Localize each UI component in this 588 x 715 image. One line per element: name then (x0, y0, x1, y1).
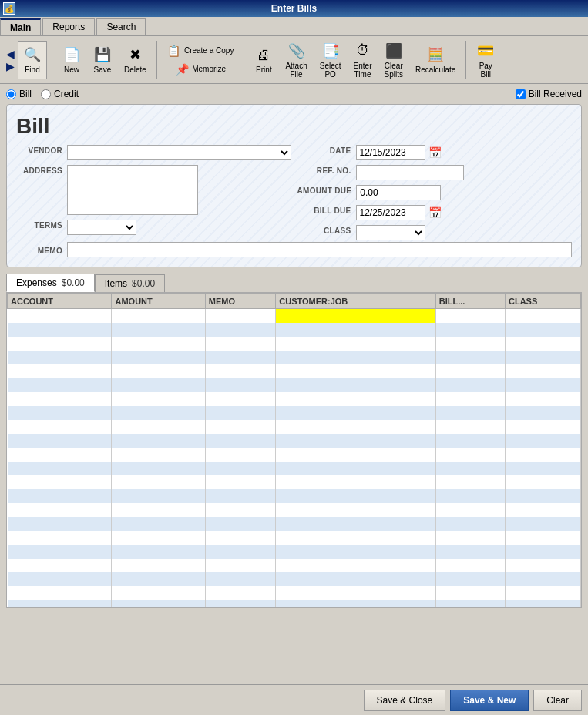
bill-due-input[interactable] (356, 205, 425, 220)
table-cell[interactable] (205, 434, 276, 448)
table-cell[interactable] (276, 323, 436, 337)
table-cell[interactable] (8, 406, 112, 420)
table-cell[interactable] (8, 337, 112, 351)
table-cell[interactable] (112, 462, 205, 475)
ref-no-input[interactable] (356, 165, 464, 180)
table-cell[interactable] (205, 406, 276, 420)
table-cell[interactable] (8, 420, 112, 434)
memo-input[interactable] (67, 242, 572, 257)
table-cell[interactable] (205, 351, 276, 364)
table-cell[interactable] (8, 351, 112, 364)
nav-prev-icon[interactable]: ◀ (6, 49, 15, 59)
table-cell[interactable] (505, 364, 580, 378)
amount-due-input[interactable] (356, 185, 441, 200)
table-cell[interactable] (435, 531, 505, 545)
table-cell[interactable] (8, 586, 112, 600)
table-row[interactable] (8, 489, 581, 503)
table-cell[interactable] (276, 448, 436, 462)
table-cell[interactable] (112, 351, 205, 364)
table-row[interactable] (8, 475, 581, 489)
table-cell[interactable] (276, 337, 436, 351)
table-cell[interactable] (205, 489, 276, 503)
table-row[interactable] (8, 420, 581, 434)
table-cell[interactable] (8, 323, 112, 337)
radio-bill[interactable]: Bill (6, 89, 32, 99)
table-cell[interactable] (505, 462, 580, 475)
table-cell[interactable] (435, 337, 505, 351)
table-cell[interactable] (505, 323, 580, 337)
table-cell[interactable] (276, 489, 436, 503)
table-cell[interactable] (276, 364, 436, 378)
table-cell[interactable] (205, 337, 276, 351)
table-cell[interactable] (8, 309, 112, 323)
table-row[interactable] (8, 323, 581, 337)
table-cell[interactable] (435, 351, 505, 364)
table-cell[interactable] (8, 462, 112, 475)
table-cell[interactable] (8, 572, 112, 586)
table-cell[interactable] (112, 337, 205, 351)
table-cell[interactable] (435, 586, 505, 600)
table-row[interactable] (8, 517, 581, 531)
table-cell[interactable] (435, 448, 505, 462)
table-cell[interactable] (8, 600, 112, 609)
tab-main[interactable]: Main (0, 18, 41, 35)
table-cell[interactable] (435, 475, 505, 489)
table-cell[interactable] (112, 517, 205, 531)
table-cell[interactable] (505, 586, 580, 600)
table-cell[interactable] (276, 559, 436, 572)
table-cell[interactable] (276, 392, 436, 406)
table-cell[interactable] (8, 517, 112, 531)
radio-credit[interactable]: Credit (41, 89, 79, 99)
table-row[interactable] (8, 351, 581, 364)
bill-received-checkbox[interactable]: Bill Received (516, 89, 582, 99)
table-cell[interactable] (435, 572, 505, 586)
table-cell[interactable] (435, 378, 505, 392)
table-cell[interactable] (205, 364, 276, 378)
table-cell[interactable] (505, 420, 580, 434)
table-cell[interactable] (435, 309, 505, 323)
table-cell[interactable] (8, 392, 112, 406)
table-cell[interactable] (112, 392, 205, 406)
table-row[interactable] (8, 378, 581, 392)
table-cell[interactable] (8, 503, 112, 517)
table-cell[interactable] (435, 364, 505, 378)
table-cell[interactable] (435, 517, 505, 531)
table-cell[interactable] (505, 531, 580, 545)
table-cell[interactable] (112, 559, 205, 572)
table-cell[interactable] (435, 600, 505, 609)
memorize-button[interactable]: 📌 Memorize (162, 61, 239, 78)
table-cell[interactable] (205, 420, 276, 434)
table-cell[interactable] (112, 309, 205, 323)
table-cell[interactable] (435, 420, 505, 434)
table-cell[interactable] (205, 586, 276, 600)
tab-search[interactable]: Search (96, 18, 146, 35)
class-select[interactable] (356, 225, 425, 240)
table-cell[interactable] (505, 448, 580, 462)
table-row[interactable] (8, 462, 581, 475)
table-row[interactable] (8, 309, 581, 323)
table-cell[interactable] (8, 448, 112, 462)
table-cell[interactable] (205, 323, 276, 337)
table-cell[interactable] (8, 531, 112, 545)
table-cell[interactable] (276, 531, 436, 545)
pay-bill-button[interactable]: 💳 PayBill (471, 39, 500, 82)
table-cell[interactable] (205, 448, 276, 462)
table-row[interactable] (8, 448, 581, 462)
table-cell[interactable] (435, 462, 505, 475)
table-cell[interactable] (276, 600, 436, 609)
table-cell[interactable] (8, 378, 112, 392)
table-cell[interactable] (435, 559, 505, 572)
delete-button[interactable]: ✖ Delete (119, 42, 152, 77)
table-cell[interactable] (505, 337, 580, 351)
table-cell[interactable] (112, 448, 205, 462)
table-cell[interactable] (112, 475, 205, 489)
table-row[interactable] (8, 559, 581, 572)
table-cell[interactable] (505, 545, 580, 559)
table-cell[interactable] (205, 392, 276, 406)
tab-reports[interactable]: Reports (42, 18, 95, 35)
table-cell[interactable] (276, 517, 436, 531)
table-cell[interactable] (8, 545, 112, 559)
table-cell[interactable] (505, 434, 580, 448)
tab-expenses[interactable]: Expenses $0.00 (6, 274, 95, 292)
table-cell[interactable] (276, 351, 436, 364)
